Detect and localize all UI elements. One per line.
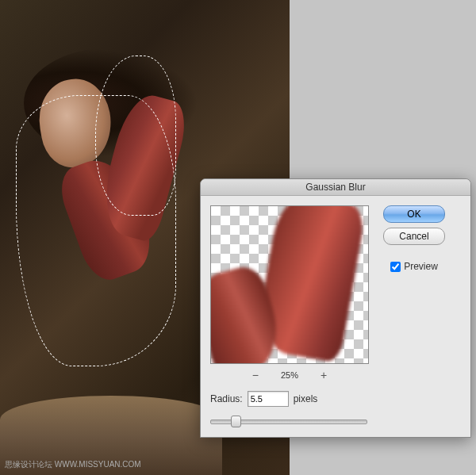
radius-slider[interactable]: [210, 415, 367, 426]
preview-checkbox-label: Preview: [404, 261, 438, 272]
gaussian-blur-dialog: Gaussian Blur − 25% + OK Cancel Preview …: [200, 178, 471, 438]
dialog-title: Gaussian Blur: [201, 179, 470, 196]
ok-button[interactable]: OK: [383, 205, 445, 223]
zoom-in-button[interactable]: +: [321, 369, 327, 381]
filter-preview-area[interactable]: [210, 205, 369, 364]
cancel-button[interactable]: Cancel: [383, 228, 445, 245]
preview-checkbox[interactable]: [390, 262, 401, 272]
radius-unit-label: pixels: [294, 393, 318, 404]
radius-input[interactable]: [248, 391, 289, 407]
zoom-out-button[interactable]: −: [252, 369, 259, 381]
zoom-level-label: 25%: [281, 370, 298, 380]
watermark-text: 思缘设计论坛 WWW.MISSYUAN.COM: [5, 459, 141, 470]
radius-label: Radius:: [210, 393, 243, 404]
slider-thumb[interactable]: [231, 416, 241, 427]
preview-checkbox-row[interactable]: Preview: [390, 261, 438, 272]
